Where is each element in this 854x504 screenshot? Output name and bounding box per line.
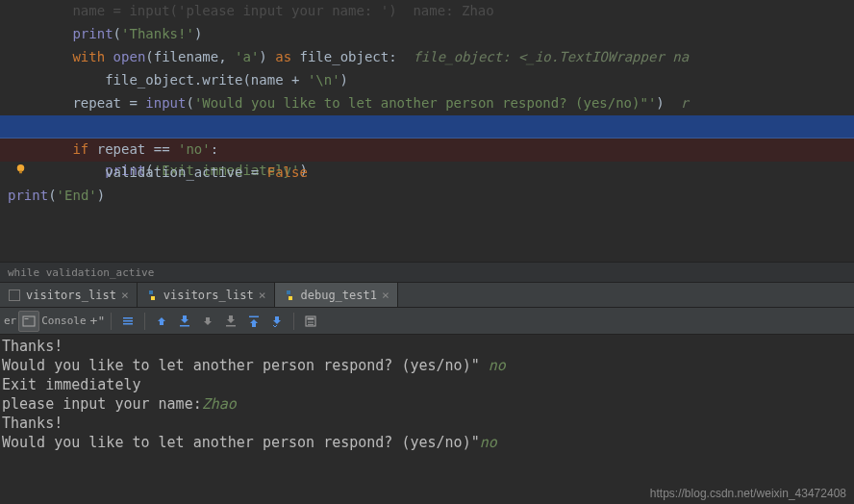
fn-input: input xyxy=(145,95,186,111)
breadcrumb[interactable]: while validation_active xyxy=(0,262,854,283)
svg-rect-7 xyxy=(123,323,133,325)
svg-rect-6 xyxy=(123,320,133,322)
svg-point-16 xyxy=(308,323,310,325)
inline-hint: r xyxy=(665,95,689,111)
console-text: Would you like to let another person res… xyxy=(2,357,489,374)
up-icon[interactable] xyxy=(151,311,172,332)
fn-print: print xyxy=(8,188,48,203)
string-literal: 'End' xyxy=(57,188,97,203)
down-icon[interactable] xyxy=(197,311,218,332)
lines-icon[interactable] xyxy=(117,311,138,332)
console-label: Console xyxy=(41,315,86,327)
code-line[interactable]: file_object.write(name + '\n') xyxy=(0,69,854,92)
identifier: repeat = xyxy=(72,95,145,111)
console-line: Exit immediately xyxy=(2,375,852,394)
console-tab-button[interactable] xyxy=(18,311,39,332)
code-line[interactable]: print('Thanks!') xyxy=(0,23,854,46)
step-into-icon[interactable] xyxy=(266,311,288,332)
identifier: filename xyxy=(154,49,218,64)
kw-if: if xyxy=(72,141,88,157)
indent xyxy=(8,49,72,64)
identifier: validation_active = xyxy=(105,164,267,180)
code-editor[interactable]: name = input('please input your name: ')… xyxy=(0,0,854,208)
separator xyxy=(293,313,294,330)
calculator-icon[interactable] xyxy=(300,311,321,332)
svg-point-15 xyxy=(312,321,314,323)
svg-rect-4 xyxy=(25,318,29,319)
down-underline-icon[interactable] xyxy=(174,311,195,332)
python-icon xyxy=(145,289,159,302)
console-text: Would you like to let another person res… xyxy=(2,434,480,451)
up-overline-icon[interactable] xyxy=(243,311,264,332)
pin-plus-icon[interactable]: +" xyxy=(90,314,106,328)
debug-toolbar: er Console +" xyxy=(0,308,854,335)
indent xyxy=(8,26,72,41)
string-literal: 'no' xyxy=(178,141,211,157)
console-line: Thanks! xyxy=(2,337,852,356)
svg-rect-2 xyxy=(10,290,20,300)
identifier: file_object: xyxy=(300,49,397,64)
code-line[interactable]: if repeat == 'no': xyxy=(0,139,854,162)
svg-point-14 xyxy=(310,321,312,323)
code-line-execution-point[interactable]: print('Exit immediately') xyxy=(0,115,854,139)
separator xyxy=(111,313,112,330)
string-literal: 'Thanks!' xyxy=(121,26,194,41)
console-line: Would you like to let another person res… xyxy=(2,433,852,452)
down-underline-icon-2[interactable] xyxy=(220,311,241,332)
inline-hint: file_object: <_io.TextIOWrapper na xyxy=(397,49,689,64)
console-user-input: no xyxy=(489,357,506,374)
svg-point-17 xyxy=(310,323,312,325)
svg-rect-10 xyxy=(249,315,259,317)
tab-visitors-list-txt[interactable]: visitors_list × xyxy=(0,283,138,307)
editor-empty-space xyxy=(0,208,854,262)
close-icon[interactable]: × xyxy=(259,288,266,302)
intention-bulb-icon[interactable] xyxy=(13,118,28,133)
indent xyxy=(8,95,72,111)
svg-rect-9 xyxy=(226,325,236,327)
svg-rect-3 xyxy=(23,316,35,326)
separator xyxy=(144,313,145,330)
file-icon xyxy=(8,289,21,302)
console-output[interactable]: Thanks! Would you like to let another pe… xyxy=(0,335,854,454)
code-line[interactable]: print('End') xyxy=(0,185,854,208)
console-line: Thanks! xyxy=(2,414,852,433)
string-literal: '\n' xyxy=(308,72,340,88)
close-icon[interactable]: × xyxy=(121,288,129,302)
python-icon xyxy=(283,289,296,302)
expression: repeat == xyxy=(88,141,178,157)
tab-debug-test1[interactable]: debug_test1 × xyxy=(275,283,398,307)
svg-point-13 xyxy=(308,321,310,323)
kw-as: as xyxy=(275,49,291,64)
kw-with: with xyxy=(72,49,105,64)
close-icon[interactable]: × xyxy=(382,288,389,302)
console-user-input: Zhao xyxy=(202,395,237,413)
svg-rect-12 xyxy=(308,317,314,319)
console-text: please input your name: xyxy=(2,395,202,413)
toolbar-left-label: er xyxy=(4,315,16,327)
indent xyxy=(8,141,72,157)
fn-open: open xyxy=(113,49,146,64)
indent xyxy=(8,164,105,180)
console-user-input: no xyxy=(480,434,497,451)
string-literal: 'a' xyxy=(235,49,259,64)
svg-rect-5 xyxy=(123,317,133,319)
code-line[interactable]: with open(filename, 'a') as file_object:… xyxy=(0,46,854,69)
run-tab-bar: visitors_list × visitors_list × debug_te… xyxy=(0,283,854,308)
svg-rect-8 xyxy=(180,325,189,327)
tab-visitors-list-py[interactable]: visitors_list × xyxy=(138,283,275,307)
tab-label: debug_test1 xyxy=(301,289,377,302)
string-literal: 'Would you like to let another person re… xyxy=(194,95,656,111)
const-false: False xyxy=(267,164,308,180)
tab-label: visitors_list xyxy=(26,289,116,302)
indent xyxy=(8,72,105,88)
fn-print: print xyxy=(72,26,113,41)
console-line: Would you like to let another person res… xyxy=(2,356,852,375)
console-line: please input your name:Zhao xyxy=(2,394,852,414)
code-line[interactable]: name = input('please input your name: ')… xyxy=(0,0,854,23)
watermark-text: https://blog.csdn.net/weixin_43472408 xyxy=(650,487,846,500)
tab-label: visitors_list xyxy=(163,289,254,302)
expression: file_object.write(name + xyxy=(105,72,308,88)
code-line[interactable]: repeat = input('Would you like to let an… xyxy=(0,92,854,115)
svg-point-18 xyxy=(312,323,314,325)
code-line[interactable]: validation_active = False xyxy=(0,162,854,185)
